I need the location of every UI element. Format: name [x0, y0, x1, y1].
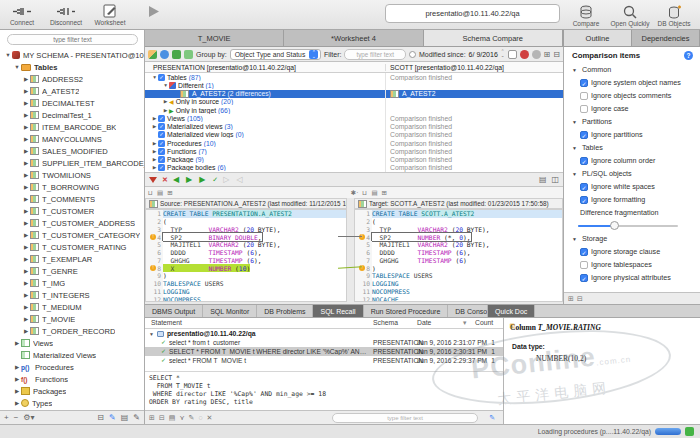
sidebar-item-functions[interactable]: ▶f()Functions [0, 373, 144, 385]
search-icon[interactable]: ◌ [198, 414, 202, 421]
expand-arrow-icon[interactable]: ▶ [151, 124, 158, 129]
tab-outline[interactable]: Outline [564, 30, 632, 46]
tab-run-stored-procedure[interactable]: Run Stored Procedure [364, 305, 449, 317]
copy-icon[interactable]: ▤ [157, 189, 163, 197]
compare-row-different[interactable]: ▼Different(1) [145, 81, 563, 89]
expand-all-icon[interactable]: ⊞ [544, 50, 551, 59]
checkbox-checked-icon[interactable]: ✓ [580, 196, 588, 204]
add-button[interactable]: + [4, 413, 9, 422]
tab--worksheet-4[interactable]: *Worksheet 4 [284, 30, 423, 46]
view-grid-icon[interactable]: ⊞ [568, 295, 574, 303]
sidebar-item-t_customer_rating[interactable]: ▶T_CUSTOMER_RATING [0, 241, 144, 253]
checkbox-unchecked-icon[interactable] [580, 105, 588, 113]
tab-dependencies[interactable]: Dependencies [632, 30, 700, 46]
expand-arrow-icon[interactable]: ▶ [13, 376, 21, 382]
compare-row-views[interactable]: ▶✓Views(105)Comparison finished [145, 114, 563, 122]
expand-arrow-icon[interactable]: ▶ [151, 149, 158, 154]
sidebar-filter-input[interactable] [7, 34, 138, 45]
option-ignore-column-order[interactable]: ✓Ignore column order [564, 154, 700, 167]
run-button[interactable] [132, 4, 176, 27]
worksheet-button[interactable]: Worksheet [88, 4, 132, 27]
chevron-down-icon[interactable]: ▼ [572, 67, 579, 73]
sort-descending-icon[interactable]: ▾ [463, 319, 466, 327]
copy-icon[interactable]: ▤ [371, 189, 377, 197]
checkbox-unchecked-icon[interactable] [580, 261, 588, 269]
group-partitions[interactable]: ▼Partitions [564, 115, 700, 128]
compare-row-only-in-target[interactable]: ▶▶Only in target(66) [145, 106, 563, 114]
filter-remove-icon[interactable]: ✕ [162, 176, 168, 184]
expand-arrow-icon[interactable]: ▶ [22, 280, 30, 286]
checkbox-checked-icon[interactable]: ✓ [580, 183, 588, 191]
expand-arrow-icon[interactable]: ▼ [4, 52, 12, 58]
expand-arrow-icon[interactable]: ▶ [22, 208, 30, 214]
expand-arrow-icon[interactable]: ▶ [151, 165, 158, 170]
checkbox-checked-icon[interactable]: ✓ [580, 274, 588, 282]
option-ignore-physical-attributes[interactable]: ✓Ignore physical attributes [564, 271, 700, 284]
expand-arrow-icon[interactable]: ▶ [22, 292, 30, 298]
expand-arrow-icon[interactable]: ▶ [162, 108, 169, 113]
previous-difference-icon[interactable]: ◀ [173, 175, 179, 184]
grid-icon[interactable]: ⊞ [382, 189, 387, 197]
expand-arrow-icon[interactable]: ▶ [151, 116, 158, 121]
sidebar-item-t_exemplar[interactable]: ▶T_EXEMPLAR [0, 253, 144, 265]
open-quickly-button[interactable]: Open Quickly [608, 5, 652, 28]
recompare-icon[interactable] [148, 50, 157, 59]
expand-arrow-icon[interactable]: ▶ [22, 148, 30, 154]
connection-selector[interactable]: presentatio@10.11.40.22/qa [385, 4, 560, 23]
collapse-all-icon[interactable]: ⊟ [159, 414, 165, 422]
expand-arrow-icon[interactable]: ▶ [22, 136, 30, 142]
option-ignore-formatting[interactable]: ✓Ignore formatting [564, 193, 700, 206]
checkbox-checked-icon[interactable]: ✓ [158, 156, 165, 163]
sidebar-item-t_customer[interactable]: ▶T_CUSTOMER [0, 205, 144, 217]
option-ignore-tablespaces[interactable]: Ignore tablespaces [564, 258, 700, 271]
pin-icon[interactable]: ✱· [351, 189, 359, 197]
copy-to-target-icon[interactable]: ▶ [199, 175, 205, 184]
expand-arrow-icon[interactable]: ▶ [22, 232, 30, 238]
sidebar-root-node[interactable]: ▼ MY SCHEMA - PRESENTATIO@10.11.40.22/QA [0, 49, 144, 61]
chevron-down-icon[interactable]: ▼ [572, 145, 579, 151]
filter-icon[interactable]: ⋎ [179, 414, 184, 422]
group-by-select[interactable]: Object Type and Status ⌃⌄ [230, 49, 321, 60]
merge-icon[interactable]: ✓ [212, 176, 218, 184]
sidebar-item-t_integers[interactable]: ▶T_INTEGERS [0, 289, 144, 301]
sidebar-item-t_img[interactable]: ▶T_IMG [0, 277, 144, 289]
compare-row-procedures[interactable]: ▶✓Procedures(10)Comparison finished [145, 139, 563, 147]
expand-arrow-icon[interactable]: ▶ [151, 141, 158, 146]
expand-arrow-icon[interactable]: ▶ [22, 112, 30, 118]
grid-icon[interactable]: ⊞ [167, 189, 172, 197]
expand-arrow-icon[interactable]: ▶ [22, 88, 30, 94]
col-statement[interactable]: Statement [151, 319, 182, 326]
delete-icon[interactable]: ✕ [207, 414, 213, 422]
remove-button[interactable]: − [14, 413, 19, 422]
expand-arrow-icon[interactable]: ▶ [22, 172, 30, 178]
option-ignore-objects-comments[interactable]: Ignore objects comments [564, 89, 700, 102]
checkbox-checked-icon[interactable]: ✓ [580, 79, 588, 87]
checkbox-checked-icon[interactable]: ✓ [580, 131, 588, 139]
compare-row-package[interactable]: ▶✓Package(9)Comparison finished [145, 156, 563, 164]
checkbox-checked-icon[interactable]: ✓ [158, 164, 165, 171]
sidebar-item-sales_modified[interactable]: ▶SALES_MODIFIED [0, 145, 144, 157]
sidebar-item-types[interactable]: ▶Types [0, 397, 144, 409]
recall-row[interactable]: ✓SELECT * FROM T_MOVIE t WHERE director … [145, 347, 503, 356]
db-objects-button[interactable]: DB Objects [652, 5, 696, 28]
sidebar-item-item_barcode_bk[interactable]: ▶ITEM_BARCODE_BK [0, 121, 144, 133]
edit-icon[interactable]: ✎ [189, 414, 195, 422]
expand-arrow-icon[interactable]: ▼ [149, 331, 154, 337]
sidebar-item-t_comments[interactable]: ▶T_COMMENTS [0, 193, 144, 205]
expand-arrow-icon[interactable]: ▶ [22, 220, 30, 226]
help-icon[interactable]: ? [684, 51, 693, 60]
calendar-icon[interactable] [508, 50, 517, 59]
export-icon[interactable]: ⊔ [362, 189, 367, 197]
expand-arrow-icon[interactable]: ▶ [22, 76, 30, 82]
sidebar-item-t_medium[interactable]: ▶T_MEDIUM [0, 301, 144, 313]
copy-icon[interactable]: ▤ [169, 414, 176, 422]
target-ddl-pane[interactable]: 1CREATE TABLE SCOTT.A_ATEST22(3 TYP VARC… [354, 209, 563, 302]
tab-dbms-output[interactable]: DBMS Output [145, 305, 203, 317]
compare-row-a_atest2[interactable]: A_ATEST2(2 differences)A_ATEST2 [145, 90, 563, 98]
sidebar-item-t_customer_category[interactable]: ▶T_CUSTOMER_CATEGORY [0, 229, 144, 241]
expand-arrow-icon[interactable]: ▶ [22, 184, 30, 190]
option-ignore-white-spaces[interactable]: ✓Ignore white spaces [564, 180, 700, 193]
checkbox-unchecked-icon[interactable] [580, 92, 588, 100]
expand-arrow-icon[interactable]: ▶ [22, 268, 30, 274]
expand-arrow-icon[interactable]: ▶ [22, 100, 30, 106]
